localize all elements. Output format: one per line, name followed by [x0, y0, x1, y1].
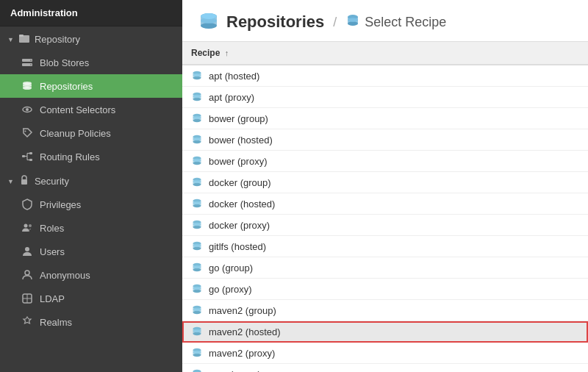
svg-point-23 [29, 224, 32, 227]
svg-point-5 [30, 64, 32, 65]
recipe-cell: bower (proxy) [182, 151, 588, 171]
table-row[interactable]: docker (proxy) [182, 215, 588, 236]
sidebar-item-repositories[interactable]: Repositories [0, 74, 182, 98]
db-icon [21, 79, 34, 93]
privileges-label: Privileges [40, 199, 81, 210]
sidebar-item-realms[interactable]: Realms [0, 310, 182, 334]
subtitle-text: Select Recipe [365, 15, 446, 30]
svg-point-4 [30, 60, 32, 61]
svg-point-12 [25, 131, 26, 132]
eye-icon [21, 103, 34, 116]
table-row[interactable]: apt (hosted) [182, 65, 588, 87]
sidebar-item-ldap[interactable]: LDAP [0, 287, 182, 310]
row-db-icon [191, 240, 203, 252]
row-db-icon [191, 262, 203, 273]
svg-point-81 [193, 287, 201, 290]
sidebar-header: Administration [0, 0, 182, 26]
recipe-cell: bower (hosted) [182, 129, 588, 150]
svg-rect-14 [29, 152, 32, 154]
svg-point-80 [193, 290, 201, 293]
main-header: Repositories / Select Recipe [182, 0, 588, 42]
row-db-icon [191, 198, 203, 210]
routing-rules-label: Routing Rules [40, 151, 100, 162]
server-icon [21, 56, 34, 69]
sidebar-item-routing-rules[interactable]: Routing Rules [0, 145, 182, 168]
svg-point-61 [193, 180, 201, 183]
svg-point-40 [193, 76, 201, 79]
row-db-icon [191, 304, 203, 316]
sidebar-section-security[interactable]: ▼ Security [0, 168, 182, 193]
recipe-cell: npm (group) [182, 364, 588, 372]
svg-point-76 [193, 268, 201, 271]
row-db-icon [191, 368, 203, 372]
recipe-name: docker (hosted) [209, 198, 275, 210]
sidebar-item-cleanup-policies[interactable]: Cleanup Policies [0, 121, 182, 145]
table-row[interactable]: bower (proxy) [182, 151, 588, 172]
recipe-name: bower (group) [209, 113, 268, 124]
recipe-cell: go (group) [182, 257, 588, 278]
table-row[interactable]: bower (hosted) [182, 129, 588, 151]
recipe-name: go (group) [209, 262, 253, 273]
svg-point-60 [193, 183, 201, 186]
repository-folder-icon [18, 32, 30, 46]
table-row[interactable]: maven2 (group) [182, 300, 588, 321]
svg-point-65 [193, 201, 201, 204]
cleanup-policies-label: Cleanup Policies [40, 128, 111, 139]
recipe-table-container[interactable]: Recipe ↑ apt (hosted) apt (proxy) bower … [182, 42, 588, 372]
table-row[interactable]: docker (hosted) [182, 193, 588, 215]
main-content: Repositories / Select Recipe Recipe ↑ [182, 0, 588, 372]
repositories-label: Repositories [40, 81, 93, 92]
svg-point-89 [193, 329, 201, 332]
svg-point-44 [193, 98, 201, 101]
svg-point-56 [193, 162, 201, 165]
svg-point-37 [348, 18, 358, 22]
table-header-row: Recipe ↑ [182, 42, 588, 65]
svg-point-25 [25, 271, 29, 275]
svg-point-85 [193, 308, 201, 311]
subtitle-db-icon [345, 13, 360, 32]
recipe-cell: go (proxy) [182, 279, 588, 299]
row-db-icon [191, 91, 203, 103]
recipe-cell: apt (hosted) [182, 65, 588, 86]
sidebar-item-privileges[interactable]: Privileges [0, 193, 182, 216]
table-row[interactable]: apt (proxy) [182, 87, 588, 108]
svg-point-49 [193, 116, 201, 119]
table-row[interactable]: go (group) [182, 257, 588, 279]
recipe-cell: docker (hosted) [182, 193, 588, 214]
user-icon [21, 245, 34, 258]
page-title: Repositories [226, 12, 324, 32]
svg-point-22 [24, 224, 28, 228]
recipe-cell: maven2 (group) [182, 300, 588, 321]
table-row[interactable]: docker (group) [182, 172, 588, 193]
table-row[interactable]: npm (group) [182, 364, 588, 372]
sidebar-item-anonymous[interactable]: Anonymous [0, 263, 182, 287]
security-lock-icon [18, 174, 30, 188]
table-row[interactable]: go (proxy) [182, 279, 588, 300]
table-row[interactable]: gitlfs (hosted) [182, 236, 588, 257]
recipe-name: docker (proxy) [209, 220, 270, 231]
recipe-column-header[interactable]: Recipe ↑ [182, 42, 588, 65]
sidebar-section-repository[interactable]: ▼ Repository [0, 26, 182, 51]
svg-point-52 [193, 140, 201, 143]
recipe-name: go (proxy) [209, 284, 252, 295]
sidebar-section-security-label: Security [35, 176, 69, 187]
recipe-cell: gitlfs (hosted) [182, 236, 588, 257]
sidebar-item-blob-stores[interactable]: Blob Stores [0, 51, 182, 74]
svg-point-93 [193, 351, 201, 354]
recipe-cell: docker (group) [182, 172, 588, 193]
ldap-label: LDAP [40, 293, 65, 304]
table-row[interactable]: bower (group) [182, 108, 588, 129]
table-row[interactable]: maven2 (proxy) [182, 343, 588, 364]
sidebar-item-content-selectors[interactable]: Content Selectors [0, 98, 182, 121]
recipe-name: npm (group) [209, 369, 261, 373]
recipe-cell: maven2 (hosted) [182, 321, 588, 342]
sidebar-item-users[interactable]: Users [0, 240, 182, 263]
sidebar-item-roles[interactable]: Roles [0, 216, 182, 240]
roles-label: Roles [40, 223, 64, 234]
svg-point-24 [25, 247, 29, 251]
table-row[interactable]: maven2 (hosted) [182, 321, 588, 343]
ldap-icon [21, 292, 34, 305]
svg-point-64 [193, 204, 201, 207]
svg-rect-15 [29, 159, 32, 161]
repositories-header-icon [197, 10, 220, 34]
